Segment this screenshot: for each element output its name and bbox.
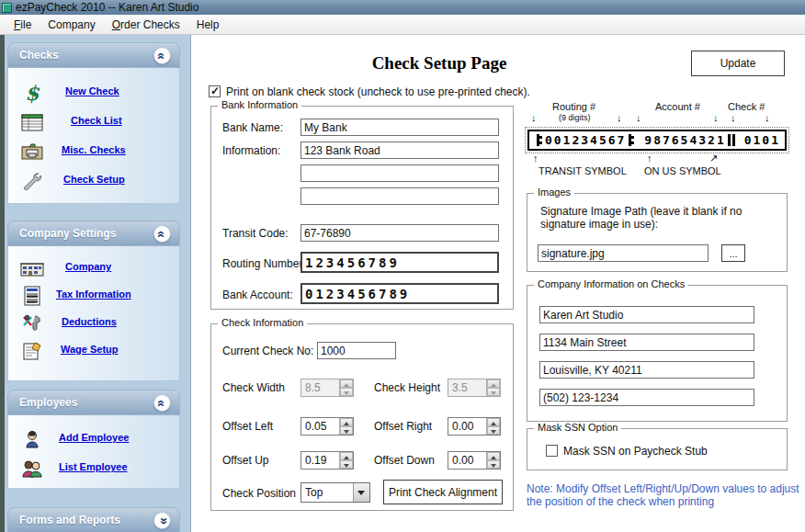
menu-help[interactable]: Help	[188, 17, 228, 33]
down-arrow-icon: ↓	[531, 112, 537, 123]
content-area: Checks $ New Check Check List Misc. Chec…	[0, 35, 805, 532]
sidebar-item-misc-checks[interactable]: Misc. Checks	[8, 138, 179, 165]
page-title: Check Setup Page	[283, 53, 595, 74]
offset-up-label: Offset Up	[222, 454, 268, 467]
group-legend: Bank Information	[218, 99, 301, 110]
menubar: File Company Order Checks Help	[0, 15, 805, 35]
bank-name-input[interactable]	[300, 119, 499, 136]
sidebar-section-company-settings-body: Company Tax Information Deductions Wage …	[7, 246, 180, 381]
offset-left-spinner[interactable]: 0.05	[300, 417, 354, 436]
current-check-no-label: Current Check No:	[222, 345, 313, 357]
sidebar-item-new-check[interactable]: $ New Check	[8, 79, 179, 107]
down-arrow-icon: ↓	[617, 112, 622, 123]
sidebar-section-company-settings-header[interactable]: Company Settings	[7, 221, 180, 246]
menu-file[interactable]: File	[6, 17, 40, 33]
transit-code-input[interactable]	[300, 224, 499, 242]
app-icon	[2, 3, 12, 13]
sidebar-item-wage-setup[interactable]: Wage Setup	[8, 337, 179, 365]
print-blank-stock-label: Print on blank check stock (uncheck to u…	[226, 85, 530, 98]
offset-up-spinner[interactable]: 0.19	[300, 451, 354, 470]
mask-ssn-checkbox[interactable]	[546, 445, 558, 457]
sidebar-section-checks-body: $ New Check Check List Misc. Checks Che	[7, 68, 180, 204]
company-phone-input[interactable]	[539, 389, 754, 406]
signature-path-label: Signature Image Path (leave it blank if …	[540, 205, 772, 231]
sidebar-item-label: New Check	[65, 85, 119, 96]
sidebar-item-label: Company	[65, 261, 111, 272]
list-employee-icon	[8, 455, 56, 482]
company-street-input[interactable]	[539, 334, 754, 351]
menu-company[interactable]: Company	[40, 17, 103, 33]
check-height-spinner: 3.5	[448, 379, 501, 397]
chevron-up-icon[interactable]	[153, 47, 171, 64]
chevron-up-icon[interactable]	[153, 225, 171, 243]
sidebar-section-checks-header[interactable]: Checks	[7, 42, 180, 68]
bank-information-line2-input[interactable]	[300, 164, 499, 182]
sidebar-item-check-list[interactable]: Check List	[8, 108, 179, 136]
company-city-input[interactable]	[539, 361, 754, 379]
current-check-no-input[interactable]	[317, 342, 396, 359]
bank-information-line1-input[interactable]	[300, 141, 499, 159]
sidebar-item-deductions[interactable]: Deductions	[8, 310, 179, 337]
check-width-label: Check Width	[222, 381, 285, 394]
sidebar-section-employees-header[interactable]: Employees	[7, 390, 180, 415]
chevron-down-icon[interactable]	[353, 483, 369, 502]
bank-information-line3-input[interactable]	[300, 187, 499, 205]
offset-down-spinner[interactable]: 0.00	[448, 451, 501, 470]
mask-ssn-label: Mask SSN on Paycheck Stub	[563, 445, 708, 458]
spin-down-icon[interactable]	[487, 426, 500, 435]
menu-order-checks[interactable]: Order Checks	[104, 17, 188, 33]
sidebar-item-label: Misc. Checks	[62, 144, 126, 155]
up-right-arrow-icon: ↗	[709, 153, 718, 164]
transit-symbol-icon	[536, 134, 543, 146]
chevron-up-icon[interactable]	[153, 394, 171, 412]
group-legend: Mask SSN Option	[534, 422, 621, 433]
on-us-symbol-label: ON US SYMBOL	[644, 165, 721, 176]
browse-button[interactable]: ...	[721, 244, 745, 262]
routing-number-input[interactable]	[300, 252, 499, 273]
spin-up-icon[interactable]	[340, 452, 353, 460]
company-name-input[interactable]	[539, 306, 754, 323]
offset-right-spinner[interactable]: 0.00	[448, 417, 501, 436]
sidebar-section-forms-reports-header[interactable]: Forms and Reports	[7, 507, 180, 532]
offset-up-value: 0.19	[301, 452, 339, 469]
section-title: Employees	[19, 396, 77, 409]
images-group: Images Signature Image Path (leave it bl…	[527, 193, 788, 272]
down-arrow-icon: ↓	[765, 112, 770, 123]
sidebar-item-check-setup[interactable]: Check Setup	[8, 167, 179, 195]
section-title: Forms and Reports	[19, 514, 120, 526]
account-digits: 987654321	[644, 133, 725, 147]
spin-down-icon	[487, 388, 500, 396]
sidebar-item-list-employee[interactable]: List Employee	[8, 455, 179, 482]
company-info-group: Company Information on Checks	[527, 285, 788, 422]
check-position-select[interactable]: Top	[300, 482, 370, 503]
transit-code-label: Transit Code:	[222, 227, 289, 240]
group-legend: Check Information	[218, 317, 307, 328]
wage-setup-icon	[8, 337, 56, 365]
signature-path-input[interactable]	[538, 244, 709, 262]
account-label: Account #	[655, 101, 700, 112]
sidebar-item-label: List Employee	[59, 461, 128, 472]
sidebar-item-tax-information[interactable]: Tax Information	[8, 282, 179, 310]
spin-down-icon[interactable]	[487, 460, 500, 469]
micr-band: 0012345679876543210101	[525, 127, 789, 153]
bank-account-input[interactable]	[300, 283, 499, 304]
spin-down-icon[interactable]	[340, 426, 353, 435]
print-check-alignment-button[interactable]: Print Check Alignment	[383, 480, 503, 504]
mask-ssn-group: Mask SSN Option Mask SSN on Paycheck Stu…	[527, 428, 788, 470]
offset-left-value: 0.05	[301, 418, 339, 435]
spin-down-icon[interactable]	[340, 460, 353, 469]
spin-up-icon[interactable]	[487, 418, 500, 426]
spin-up-icon[interactable]	[487, 452, 500, 460]
bank-account-label: Bank Account:	[222, 289, 293, 301]
update-button[interactable]: Update	[691, 51, 785, 76]
spin-up-icon[interactable]	[340, 418, 353, 426]
misc-checks-icon	[8, 138, 56, 165]
check-position-value: Top	[301, 483, 353, 502]
add-employee-icon	[8, 425, 56, 453]
sidebar-item-company[interactable]: Company	[8, 255, 179, 282]
check-height-label: Check Height	[374, 381, 440, 394]
print-blank-stock-checkbox[interactable]	[209, 85, 221, 97]
on-us-symbol-icon	[728, 134, 735, 146]
chevron-down-icon[interactable]	[153, 512, 171, 529]
sidebar-item-add-employee[interactable]: Add Employee	[8, 425, 179, 453]
